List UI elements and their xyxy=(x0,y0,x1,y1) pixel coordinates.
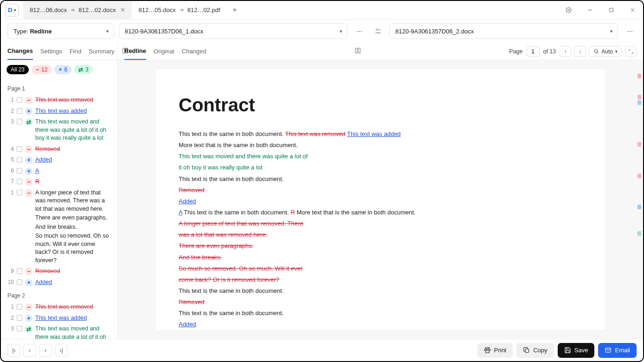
right-file-menu[interactable]: ⋯ xyxy=(623,24,637,38)
fullscreen-button[interactable] xyxy=(625,46,637,57)
left-file-dropdown[interactable]: 8120-9A3061357D06_1.docx ▾ xyxy=(119,23,348,39)
sidebar-tab-settings[interactable]: Settings xyxy=(40,43,62,59)
chip-removed[interactable]: −12 xyxy=(32,65,52,74)
chip-moved[interactable]: ⇄3 xyxy=(74,65,93,74)
change-row[interactable]: 9 − Removed xyxy=(5,266,114,277)
svg-rect-7 xyxy=(355,48,357,53)
zoom-dropdown[interactable]: Auto ▾ xyxy=(589,46,622,57)
sidebar-tab-find[interactable]: Find xyxy=(70,43,81,59)
type-dropdown[interactable]: Type: Redline ▾ xyxy=(7,23,114,39)
rem-badge-icon: − xyxy=(25,304,32,311)
doc-line: Removed xyxy=(179,186,582,195)
doc-line: This text is the same in both document. xyxy=(179,286,582,296)
change-row[interactable]: 4 − Removed xyxy=(5,144,114,155)
window-tab[interactable]: 812…05.docx➔812…02.pdf xyxy=(132,1,226,19)
add-badge-icon: + xyxy=(25,156,32,164)
change-row[interactable]: 3 ⇄ This text was moved and there was qu… xyxy=(5,116,114,144)
change-row[interactable]: 6 + A xyxy=(5,166,114,177)
arrow-icon: ➔ xyxy=(71,7,75,13)
left-file-menu[interactable]: ⋯ xyxy=(352,24,366,38)
print-button[interactable]: Print xyxy=(477,343,513,358)
footer-nav: |‹ ‹ › ›| xyxy=(7,344,68,357)
svg-rect-2 xyxy=(609,8,613,12)
change-checkbox[interactable] xyxy=(17,326,22,331)
change-checkbox[interactable] xyxy=(17,108,22,114)
arrow-icon: ➔ xyxy=(180,7,184,13)
change-checkbox[interactable] xyxy=(17,146,22,152)
rem-badge-icon: − xyxy=(25,146,32,153)
chevron-down-icon: ▾ xyxy=(340,28,342,34)
copy-button[interactable]: Copy xyxy=(516,343,554,358)
minimap[interactable] xyxy=(636,69,641,330)
minimize-button[interactable] xyxy=(579,1,600,19)
svg-line-10 xyxy=(598,52,599,53)
doc-title: Contract xyxy=(179,95,582,116)
change-row[interactable]: 7 − R xyxy=(5,176,114,187)
doc-line: This text is the same in both document. xyxy=(179,309,582,318)
add-badge-icon: + xyxy=(25,108,32,115)
email-button[interactable]: Email xyxy=(598,343,637,358)
change-checkbox[interactable] xyxy=(17,179,22,184)
page-down-button[interactable]: ↓ xyxy=(574,46,586,57)
doc-line: This text is the same in both document. … xyxy=(179,129,582,139)
change-checkbox[interactable] xyxy=(17,157,22,162)
save-button[interactable]: Save xyxy=(558,343,595,358)
doc-line: A This text is the same in both document… xyxy=(179,208,582,217)
chip-all[interactable]: All 23 xyxy=(6,65,29,74)
rem-badge-icon: − xyxy=(25,268,32,275)
close-tab-icon[interactable]: ✕ xyxy=(120,6,125,13)
last-button[interactable]: ›| xyxy=(55,344,68,357)
settings-icon[interactable] xyxy=(558,1,579,19)
plus-icon: + xyxy=(58,66,62,73)
change-row[interactable]: 3 ⇄ This text was moved and there was qu… xyxy=(5,323,114,339)
right-file-name: 8120-9A3061357D06_2.docx xyxy=(395,28,474,35)
prev-button[interactable]: ‹ xyxy=(23,344,36,357)
change-checkbox[interactable] xyxy=(17,190,22,195)
change-checkbox[interactable] xyxy=(17,119,22,124)
page-input[interactable] xyxy=(527,46,540,57)
change-row[interactable]: 10 + Added xyxy=(5,277,114,288)
sidebar-tab-changes[interactable]: Changes xyxy=(7,43,33,60)
right-file-dropdown[interactable]: 8120-9A3061357D06_2.docx ▾ xyxy=(389,23,618,39)
doc-line: was a lot that was removed here. xyxy=(179,230,582,239)
change-row[interactable]: 1 − This text was removed xyxy=(5,302,114,313)
change-checkbox[interactable] xyxy=(17,304,22,310)
change-row[interactable]: 1 − A longer piece of text that was remo… xyxy=(5,187,114,266)
sidebar-tab-summary[interactable]: Summary xyxy=(89,43,115,59)
change-checkbox[interactable] xyxy=(17,268,22,274)
change-checkbox[interactable] xyxy=(17,279,22,285)
close-button[interactable] xyxy=(622,1,643,19)
doc-line: There are even paragraphs. xyxy=(179,241,582,251)
app-menu[interactable]: D▾ xyxy=(6,4,19,17)
window-tab[interactable]: 812…06.docx➔812…02.docx✕ xyxy=(23,1,132,19)
doc-line: A longer piece of text that was removed.… xyxy=(179,219,582,228)
change-row[interactable]: 1 − This text was removed xyxy=(5,95,114,106)
page-up-button[interactable]: ↑ xyxy=(560,46,571,57)
type-value: Redline xyxy=(30,28,52,35)
chip-added[interactable]: +6 xyxy=(54,65,71,74)
first-button[interactable]: |‹ xyxy=(7,344,20,357)
view-tab-redline[interactable]: Redline xyxy=(124,43,146,60)
change-checkbox[interactable] xyxy=(17,168,22,174)
maximize-button[interactable] xyxy=(600,1,622,19)
main: ChangesSettingsFindSummary All 23 −12 +6… xyxy=(1,43,643,339)
change-row[interactable]: 2 + This text was added xyxy=(5,106,114,117)
change-checkbox[interactable] xyxy=(17,315,22,321)
swap-icon[interactable] xyxy=(371,24,385,38)
page-label: Page 1 xyxy=(5,81,114,95)
next-button[interactable]: › xyxy=(39,344,52,357)
changes-list[interactable]: Page 1 1 − This text was removed 2 + Thi… xyxy=(1,79,117,339)
change-checkbox[interactable] xyxy=(17,97,22,103)
doc-line: So much so removed. Oh so much. Will it … xyxy=(179,264,582,273)
page-nav: Page of 13 ↑ ↓ Auto ▾ xyxy=(509,46,637,57)
page-total: of 13 xyxy=(543,48,556,55)
view-tab-changed[interactable]: Changed xyxy=(182,43,206,59)
view-tab-original[interactable]: Original xyxy=(154,43,174,59)
doc-canvas[interactable]: Contract This text is the same in both d… xyxy=(118,60,643,339)
compare-layout-icon[interactable] xyxy=(354,47,361,55)
add-badge-icon: + xyxy=(25,315,32,322)
new-tab-button[interactable]: ＋ xyxy=(227,5,243,15)
change-row[interactable]: 2 + This text was added xyxy=(5,313,114,324)
rem-badge-icon: − xyxy=(25,178,32,186)
change-row[interactable]: 5 + Added xyxy=(5,155,114,166)
